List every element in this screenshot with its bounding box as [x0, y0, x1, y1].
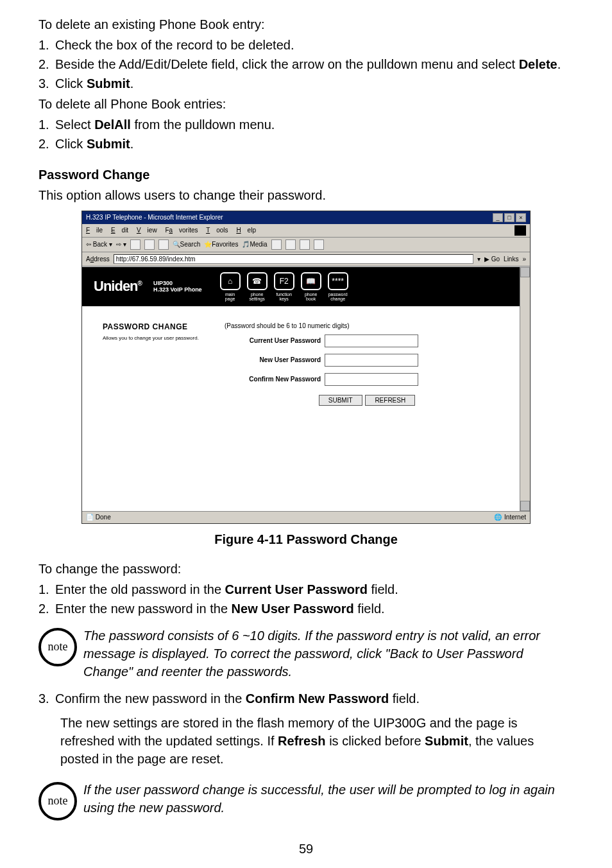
list-bold: Delete — [519, 57, 557, 71]
ie-toolbar: ⇦ Back ▾ ⇨ ▾ 🔍Search ⭐Favorites 🎵Media — [82, 238, 530, 252]
confirm-password-input[interactable] — [325, 373, 418, 386]
ie-titlebar: H.323 IP Telephone - Microsoft Internet … — [82, 211, 530, 224]
edit-icon[interactable] — [314, 239, 324, 250]
paragraph-password-intro: This option allows users to change their… — [38, 186, 574, 204]
print-icon[interactable] — [300, 239, 310, 250]
menu-tools[interactable]: Tools — [206, 227, 228, 234]
note-icon: note — [38, 628, 77, 666]
list-item: 1.Enter the old password in the Current … — [38, 580, 574, 598]
note-block-2: note If the user password change is succ… — [38, 781, 574, 820]
password-icon: **** — [328, 272, 348, 290]
list-change-password: 1.Enter the old password in the Current … — [38, 580, 574, 618]
new-password-input[interactable] — [325, 354, 418, 367]
forward-button[interactable]: ⇨ ▾ — [116, 240, 126, 249]
list-text: Confirm the new password in the — [55, 691, 246, 706]
nav-password-change[interactable]: ****passwordchange — [328, 272, 348, 301]
history-icon[interactable] — [271, 239, 282, 250]
list-bold: DelAll — [94, 117, 131, 132]
list-delete-all: 1.Select DelAll from the pulldown menu. … — [38, 116, 574, 153]
ie-menus: File Edit View Favorites Tools Help — [86, 226, 262, 235]
links-label[interactable]: Links — [504, 255, 518, 264]
address-label: Address — [86, 255, 110, 264]
search-button[interactable]: 🔍Search — [173, 240, 201, 249]
list-text: Select — [55, 117, 94, 132]
minimize-icon[interactable]: _ — [493, 213, 503, 222]
text: is clicked before — [326, 734, 425, 748]
list-text: Enter the new password in the — [55, 602, 232, 616]
form-buttons: SUBMIT REFRESH — [225, 395, 509, 406]
paragraph-delete-all-intro: To delete all Phone Book entries: — [38, 95, 574, 113]
menu-view[interactable]: View — [137, 227, 157, 234]
ie-content: Uniden® UIP300H.323 VoIP Phone ⌂mainpage… — [82, 266, 530, 511]
menu-help[interactable]: Help — [236, 227, 256, 234]
row-confirm-password: Confirm New Password — [225, 373, 509, 386]
menu-file[interactable]: File — [86, 227, 103, 234]
config-left: PASSWORD CHANGE Allows you to change you… — [103, 322, 205, 406]
back-button[interactable]: ⇦ Back ▾ — [86, 240, 112, 249]
refresh-icon[interactable] — [144, 239, 155, 250]
status-zone: 🌐 Internet — [494, 513, 526, 522]
menu-edit[interactable]: Edit — [111, 227, 128, 234]
go-button[interactable]: ▶ Go — [484, 255, 500, 264]
links-chevron-icon[interactable]: » — [522, 255, 526, 264]
nav-phone-book[interactable]: 📖phonebook — [301, 272, 321, 301]
list-tail: from the pulldown menu. — [131, 117, 275, 132]
section-title: PASSWORD CHANGE — [103, 322, 205, 333]
list-item: 3.Click Submit. — [38, 74, 574, 92]
list-bold: Submit — [87, 137, 130, 151]
book-icon: 📖 — [301, 272, 321, 290]
close-icon[interactable]: × — [516, 213, 526, 222]
list-text: Click — [55, 137, 87, 151]
uniden-header: Uniden® UIP300H.323 VoIP Phone ⌂mainpage… — [82, 267, 530, 306]
nav-icons: ⌂mainpage ☎phonesettings F2functionkeys … — [220, 272, 348, 301]
address-input[interactable] — [114, 254, 473, 264]
bold: Refresh — [278, 734, 325, 748]
list-bold: New User Password — [232, 602, 354, 616]
function-icon: F2 — [274, 272, 294, 290]
config-right: (Password should be 6 to 10 numeric digi… — [225, 322, 509, 406]
list-text: Click — [55, 76, 87, 91]
list-item: 1.Check the box of the record to be dele… — [38, 36, 574, 54]
ie-window: H.323 IP Telephone - Microsoft Internet … — [81, 211, 531, 524]
list-tail: . — [557, 57, 561, 71]
favorites-button[interactable]: ⭐Favorites — [204, 240, 238, 249]
ie-address-bar: Address ▾ ▶ Go Links » — [82, 252, 530, 266]
list-item: 2.Beside the Add/Edit/Delete field, clic… — [38, 55, 574, 73]
list-tail: field. — [389, 691, 420, 706]
heading-password-change: Password Change — [38, 166, 574, 184]
mail-icon[interactable] — [285, 239, 296, 250]
address-dropdown-icon[interactable]: ▾ — [477, 255, 480, 264]
menu-favorites[interactable]: Favorites — [165, 227, 198, 234]
refresh-button[interactable]: REFRESH — [365, 395, 415, 406]
list-tail: field. — [354, 602, 385, 616]
paragraph-delete-intro: To delete an existing Phone Book entry: — [38, 15, 574, 33]
maximize-icon[interactable]: □ — [504, 213, 514, 222]
home-icon[interactable] — [158, 239, 169, 250]
ie-menubar: File Edit View Favorites Tools Help — [82, 224, 530, 238]
phone-icon: ☎ — [247, 272, 268, 290]
nav-function-keys[interactable]: F2functionkeys — [274, 272, 294, 301]
figure-caption: Figure 4-11 Password Change — [38, 530, 574, 548]
submit-button[interactable]: SUBMIT — [319, 395, 362, 406]
list-item: 1.Select DelAll from the pulldown menu. — [38, 116, 574, 134]
current-password-input[interactable] — [325, 334, 418, 347]
internet-icon: 🌐 — [494, 513, 502, 522]
uniden-model: UIP300H.323 VoIP Phone — [153, 281, 202, 293]
list-item: 3.Confirm the new password in the Confir… — [38, 690, 574, 707]
list-item: 2.Click Submit. — [38, 135, 574, 153]
list-tail: . — [130, 76, 134, 91]
list-bold: Current User Password — [225, 582, 368, 596]
screenshot-container: H.323 IP Telephone - Microsoft Internet … — [81, 211, 531, 524]
scrollbar[interactable] — [520, 267, 530, 511]
ie-statusbar: 📄 Done 🌐 Internet — [82, 511, 530, 523]
stop-icon[interactable] — [130, 239, 140, 250]
list-text: Check the box of the record to be delete… — [55, 38, 294, 52]
status-done: 📄 Done — [86, 513, 111, 522]
list-item: 2.Enter the new password in the New User… — [38, 600, 574, 618]
nav-main-page[interactable]: ⌂mainpage — [220, 272, 241, 301]
page-number: 59 — [38, 840, 574, 858]
note-text-2: If the user password change is successfu… — [83, 781, 574, 817]
nav-phone-settings[interactable]: ☎phonesettings — [247, 272, 268, 301]
media-button[interactable]: 🎵Media — [242, 240, 267, 249]
label-confirm-password: Confirm New Password — [225, 375, 325, 384]
